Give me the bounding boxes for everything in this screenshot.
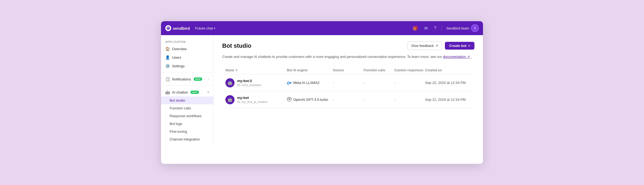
engine-name-1: Meta AI LLAMA2: [293, 81, 320, 85]
bot-cell-1: 🤖 my-bot-2 ID: docs_assistant: [225, 78, 287, 87]
give-feedback-button[interactable]: Give feedback ↗: [407, 42, 442, 50]
header-actions: Give feedback ↗ Create bot +: [407, 42, 474, 50]
col-custom-responses-label: Custom responses: [394, 68, 423, 72]
sidebar: APPLICATION 🏠 Overview 👤 Users ⚙️ Settin…: [161, 35, 214, 146]
sidebar-settings-label: Settings: [172, 64, 185, 68]
sidebar-sub-item-response-workflows[interactable]: Response workflows: [161, 112, 213, 120]
source-cell-1: -: [333, 81, 364, 85]
sidebar-sub-item-channel-integration[interactable]: Channel integration: [161, 135, 213, 143]
sidebar-channel-integration-label: Channel integration: [170, 137, 200, 141]
sidebar-sub-item-function-calls[interactable]: Function calls: [161, 104, 213, 112]
mail-icon[interactable]: ✉: [423, 25, 429, 32]
sidebar-sub-item-bot-studio[interactable]: Bot studio: [161, 97, 213, 104]
app-name: Future chat: [195, 26, 213, 30]
table-row[interactable]: 🤖 my-bot ID: my_first_ai_chatbot: [222, 91, 474, 108]
sidebar-function-calls-label: Function calls: [170, 106, 191, 110]
sidebar-wrapper: APPLICATION 🏠 Overview 👤 Users ⚙️ Settin…: [161, 35, 214, 164]
app-window: sendbird Future chat ▾ 🎁 ✉ ? Sendbird te…: [161, 21, 483, 164]
bot-name-1: my-bot-2: [237, 79, 261, 83]
notifications-badge: NEW: [194, 77, 202, 81]
sidebar-bot-logs-label: Bot logs: [170, 122, 182, 126]
bot-id-1: ID: docs_assistant: [237, 83, 261, 87]
user-avatar[interactable]: S: [471, 24, 479, 32]
col-custom-responses: Custom responses: [394, 68, 425, 72]
logo-text: sendbird: [173, 26, 190, 31]
bots-table: Name ⇅ Bot AI engine Source Function cal…: [222, 66, 474, 108]
chevron-down-icon: ▾: [214, 27, 215, 30]
logo-icon: [165, 25, 171, 31]
ai-chatbot-badge: NEW: [191, 91, 199, 94]
sidebar-divider-1: [161, 72, 213, 73]
col-created-on-label: Created on: [425, 68, 442, 72]
external-link-icon: ↗: [467, 55, 470, 59]
col-source-label: Source: [333, 68, 344, 72]
col-created-on: Created on: [425, 68, 471, 72]
engine-cell-1: Meta AI LLAMA2: [287, 80, 333, 85]
page-header: Bot studio Give feedback ↗ Create bot +: [222, 42, 474, 50]
sidebar-users-label: Users: [172, 56, 181, 60]
sidebar-response-workflows-label: Response workflows: [170, 114, 202, 118]
sidebar-item-ai-chatbot[interactable]: 🤖 AI chatbot NEW ▾: [161, 88, 213, 97]
engine-name-2: OpenAI GPT-3.5-turbo: [293, 98, 328, 102]
col-name: Name ⇅: [225, 68, 287, 72]
create-bot-label: Create bot: [449, 44, 466, 48]
bot-info-2: my-bot ID: my_first_ai_chatbot: [237, 96, 268, 103]
col-function-calls: Function calls: [364, 68, 394, 72]
create-bot-button[interactable]: Create bot +: [445, 42, 474, 50]
openai-icon: [287, 97, 292, 102]
main-layout: APPLICATION 🏠 Overview 👤 Users ⚙️ Settin…: [161, 35, 483, 164]
function-calls-cell-1: -: [364, 81, 394, 85]
col-source: Source: [333, 68, 364, 72]
created-on-cell-2: Sep 22, 2024 at 12:34 PM: [425, 98, 471, 102]
meta-logo-icon: [287, 80, 292, 85]
plus-icon: +: [468, 44, 470, 48]
sidebar-notifications-label: Notifications: [172, 77, 191, 81]
custom-responses-cell-2: -: [394, 98, 425, 102]
description-text: Create and manage AI chatbots to provide…: [222, 55, 442, 59]
sidebar-item-settings[interactable]: ⚙️ Settings: [161, 62, 213, 70]
team-name: Sendbird team: [446, 26, 469, 30]
sidebar-item-notifications[interactable]: 📋 Notifications NEW ›: [161, 75, 213, 83]
svg-point-2: [289, 99, 290, 100]
bot-avatar-2: 🤖: [225, 95, 235, 104]
sendbird-logo: sendbird: [165, 25, 190, 31]
settings-icon: ⚙️: [165, 64, 170, 68]
col-engine-label: Bot AI engine: [287, 68, 308, 72]
sidebar-item-users[interactable]: 👤 Users: [161, 53, 213, 62]
function-calls-cell-2: -: [364, 98, 394, 102]
sort-icon[interactable]: ⇅: [235, 69, 237, 72]
page-title: Bot studio: [222, 42, 251, 49]
table-row[interactable]: 🤖 my-bot-2 ID: docs_assistant: [222, 75, 474, 91]
nav-divider: [442, 25, 442, 31]
topnav-right: 🎁 ✉ ? Sendbird team S: [411, 24, 479, 32]
sidebar-overview-label: Overview: [172, 47, 186, 51]
bot-avatar-1: 🤖: [225, 78, 235, 87]
doc-link[interactable]: documentation ↗: [443, 55, 471, 59]
engine-cell-2: OpenAI GPT-3.5-turbo: [287, 97, 333, 102]
source-cell-2: -: [333, 98, 364, 102]
sidebar-sub-item-bot-logs[interactable]: Bot logs: [161, 120, 213, 128]
app-selector[interactable]: Future chat ▾: [193, 25, 217, 31]
custom-responses-cell-1: -: [394, 81, 425, 85]
col-function-calls-label: Function calls: [364, 68, 385, 72]
bot-id-2: ID: my_first_ai_chatbot: [237, 100, 268, 103]
gift-icon[interactable]: 🎁: [411, 25, 419, 32]
doc-link-text: documentation: [443, 55, 466, 59]
topnav-left: sendbird Future chat ▾: [165, 25, 217, 31]
sidebar-item-overview[interactable]: 🏠 Overview: [161, 45, 213, 53]
sidebar-divider-2: [161, 86, 213, 86]
bot-info-1: my-bot-2 ID: docs_assistant: [237, 79, 261, 87]
col-engine: Bot AI engine: [287, 68, 333, 72]
help-icon[interactable]: ?: [433, 25, 438, 32]
created-on-cell-1: Sep 22, 2024 at 12:34 PM: [425, 81, 471, 85]
sidebar-sub-item-fine-tuning[interactable]: Fine-tuning: [161, 128, 213, 135]
users-icon: 👤: [165, 55, 170, 60]
home-icon: 🏠: [165, 47, 170, 51]
bot-name-2: my-bot: [237, 96, 268, 100]
sidebar-fine-tuning-label: Fine-tuning: [170, 130, 187, 134]
main-content: Bot studio Give feedback ↗ Create bot + …: [214, 35, 483, 164]
give-feedback-label: Give feedback: [411, 44, 434, 48]
notifications-chevron-icon: ›: [208, 77, 209, 81]
notification-icon: 📋: [165, 77, 170, 81]
user-section: Sendbird team S: [446, 24, 479, 32]
